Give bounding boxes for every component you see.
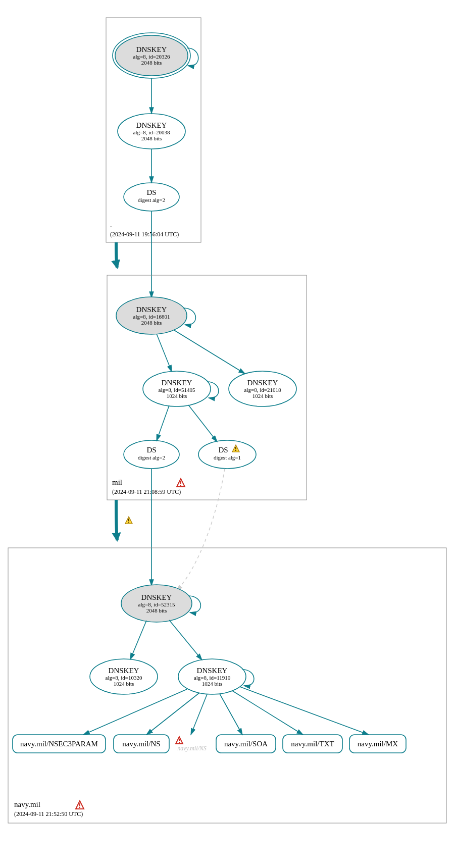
svg-text:alg=8, id=16801: alg=8, id=16801: [133, 314, 170, 320]
svg-text:2048 bits: 2048 bits: [141, 60, 162, 66]
svg-text:alg=8, id=21018: alg=8, id=21018: [244, 387, 281, 393]
svg-text:1024 bits: 1024 bits: [202, 681, 223, 687]
edge-navy-zsk-to-soa: [220, 694, 242, 735]
svg-text:digest alg=1: digest alg=1: [214, 454, 241, 461]
svg-text:DNSKEY: DNSKEY: [109, 667, 139, 675]
error-icon: [176, 737, 183, 744]
svg-text:DNSKEY: DNSKEY: [136, 45, 167, 54]
svg-text:navy.mil/NS: navy.mil/NS: [122, 740, 160, 748]
navy-rr-mx: navy.mil/MX: [349, 735, 406, 753]
svg-text:alg=8, id=51405: alg=8, id=51405: [159, 387, 195, 393]
svg-text:DNSKEY: DNSKEY: [136, 121, 167, 129]
edge-navy-zsk-to-ghost: [191, 694, 207, 735]
mil-dnskey-zsk: DNSKEY alg=8, id=51405 1024 bits: [143, 371, 211, 406]
svg-text:navy.mil/MX: navy.mil/MX: [358, 740, 398, 748]
svg-text:1024 bits: 1024 bits: [252, 393, 273, 399]
svg-rect-60: [179, 739, 180, 741]
svg-rect-37: [79, 807, 80, 808]
svg-text:navy.mil/NS: navy.mil/NS: [177, 745, 207, 752]
svg-text:DNSKEY: DNSKEY: [141, 593, 172, 601]
svg-text:DS: DS: [146, 188, 156, 196]
navy-rr-soa: navy.mil/SOA: [216, 735, 276, 753]
root-dnskey-zsk: DNSKEY alg=8, id=20038 2048 bits: [118, 114, 185, 149]
mil-dnskey-ksk: DNSKEY alg=8, id=16801 2048 bits: [116, 297, 187, 334]
error-icon: [177, 479, 185, 487]
svg-text:digest alg=2: digest alg=2: [138, 197, 165, 203]
svg-text:DS: DS: [218, 446, 228, 454]
svg-rect-61: [179, 742, 180, 743]
svg-text:DNSKEY: DNSKEY: [197, 667, 228, 675]
mil-dnskey-other: DNSKEY alg=8, id=21018 1024 bits: [229, 371, 296, 406]
svg-rect-12: [180, 481, 181, 484]
navy-ghost-ns: navy.mil/NS: [176, 737, 207, 752]
error-icon: [76, 801, 84, 809]
svg-text:2048 bits: 2048 bits: [141, 135, 162, 141]
svg-rect-35: [128, 522, 129, 523]
svg-rect-34: [128, 519, 129, 521]
edge-navy-zsk-to-mx: [240, 687, 369, 735]
navy-dnskey-other: DNSKEY alg=8, id=10320 1024 bits: [90, 659, 158, 694]
edge-navy-zsk-to-nsec3param: [83, 689, 187, 735]
mil-ds-2: DS digest alg=1: [198, 440, 256, 469]
svg-text:navy.mil/SOA: navy.mil/SOA: [224, 740, 268, 748]
svg-text:digest alg=2: digest alg=2: [138, 454, 165, 461]
svg-text:alg=8, id=11910: alg=8, id=11910: [194, 675, 231, 681]
navy-rr-ns: navy.mil/NS: [114, 735, 169, 753]
svg-text:1024 bits: 1024 bits: [114, 681, 134, 687]
svg-text:navy.mil/NSEC3PARAM: navy.mil/NSEC3PARAM: [20, 740, 98, 748]
root-dnskey-ksk: DNSKEY alg=8, id=20326 2048 bits: [113, 33, 190, 78]
navy-dnskey-zsk: DNSKEY alg=8, id=11910 1024 bits: [178, 659, 246, 694]
svg-rect-33: [235, 450, 236, 451]
edge-mil-ksk-to-other: [174, 330, 245, 374]
svg-rect-36: [79, 803, 80, 806]
edge-mil-zsk-to-ds2: [188, 405, 217, 442]
svg-text:DNSKEY: DNSKEY: [247, 379, 278, 387]
zone-mil-label: mil: [112, 478, 122, 486]
svg-text:1024 bits: 1024 bits: [167, 393, 187, 399]
svg-text:DNSKEY: DNSKEY: [162, 379, 192, 387]
svg-text:alg=8, id=20326: alg=8, id=20326: [133, 54, 170, 60]
zone-root-timestamp: (2024-09-11 19:56:04 UTC): [110, 231, 179, 238]
zone-mil-timestamp: (2024-09-11 21:08:59 UTC): [112, 488, 181, 495]
svg-text:DNSKEY: DNSKEY: [136, 305, 167, 314]
zone-navy-timestamp: (2024-09-11 21:52:50 UTC): [14, 810, 83, 818]
zone-root-label: .: [110, 221, 112, 229]
svg-rect-32: [235, 447, 236, 449]
edge-navy-zsk-to-ns: [146, 693, 199, 735]
edge-delegation-mil-to-navy: [116, 500, 117, 540]
mil-ds-1: DS digest alg=2: [124, 440, 179, 469]
dnssec-graph: . (2024-09-11 19:56:04 UTC) DNSKEY alg=8…: [0, 0, 456, 868]
warning-icon: [125, 517, 132, 524]
svg-text:2048 bits: 2048 bits: [141, 320, 162, 326]
navy-rr-nsec3param: navy.mil/NSEC3PARAM: [13, 735, 106, 753]
edge-navy-ksk-to-zsk: [169, 620, 202, 660]
svg-text:alg=8, id=20038: alg=8, id=20038: [133, 129, 170, 135]
zone-navy-label: navy.mil: [14, 800, 40, 808]
svg-text:alg=8, id=52315: alg=8, id=52315: [138, 601, 175, 607]
edge-mil-ksk-to-zsk: [157, 334, 172, 372]
edge-mil-zsk-to-ds1: [157, 405, 169, 441]
edge-delegation-root-to-mil: [116, 242, 117, 268]
navy-rr-txt: navy.mil/TXT: [283, 735, 342, 753]
svg-text:navy.mil/TXT: navy.mil/TXT: [291, 740, 334, 748]
svg-text:2048 bits: 2048 bits: [146, 607, 167, 614]
svg-text:alg=8, id=10320: alg=8, id=10320: [106, 675, 142, 681]
svg-text:DS: DS: [146, 446, 156, 454]
root-ds: DS digest alg=2: [124, 183, 179, 211]
navy-dnskey-ksk: DNSKEY alg=8, id=52315 2048 bits: [121, 585, 192, 622]
svg-rect-13: [180, 485, 181, 486]
edge-navy-ksk-to-other: [130, 621, 146, 659]
